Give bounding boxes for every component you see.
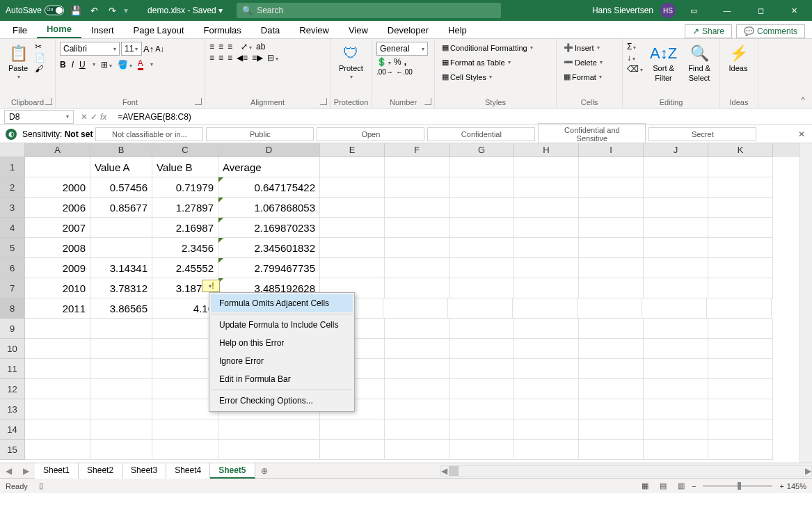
menu-omits-adjacent[interactable]: Formula Omits Adjacent Cells (211, 294, 353, 312)
user-avatar[interactable]: HS (660, 3, 676, 18)
find-select-button[interactable]: 🔍Find &Select (684, 42, 715, 85)
fill-color-icon[interactable]: 🪣▾ (118, 60, 132, 70)
cell[interactable] (579, 339, 644, 359)
cell[interactable] (514, 440, 579, 460)
row-header-15[interactable]: 15 (0, 440, 25, 460)
autosum-icon[interactable]: Σ▾ (627, 42, 643, 51)
col-header-B[interactable]: B (90, 143, 152, 157)
cell[interactable]: 0.647175422 (218, 177, 320, 198)
maximize-icon[interactable]: ◻ (745, 0, 776, 21)
view-page-layout-icon[interactable]: ▤ (655, 480, 671, 493)
cell[interactable] (708, 157, 773, 177)
cell[interactable] (385, 238, 449, 258)
tab-view[interactable]: View (339, 22, 378, 38)
font-dialog-icon[interactable] (195, 98, 202, 105)
cell[interactable] (25, 319, 90, 339)
tab-home[interactable]: Home (37, 21, 81, 38)
cell[interactable] (514, 359, 579, 379)
col-header-D[interactable]: D (218, 143, 320, 157)
wrap-text-icon[interactable]: ab (256, 42, 265, 51)
col-header-C[interactable]: C (152, 143, 218, 157)
cell[interactable] (320, 238, 385, 258)
cell[interactable] (708, 359, 773, 379)
zoom-slider[interactable] (703, 485, 772, 487)
row-header-9[interactable]: 9 (0, 319, 25, 339)
menu-edit-formula-bar[interactable]: Edit in Formula Bar (211, 370, 353, 388)
cell[interactable] (514, 278, 579, 298)
cell[interactable] (25, 399, 90, 419)
cell[interactable] (579, 238, 644, 258)
cell[interactable]: 2011 (25, 298, 90, 319)
accounting-icon[interactable]: 💲▾ (376, 57, 391, 67)
cell[interactable] (320, 198, 385, 218)
cell[interactable] (708, 278, 773, 298)
cell[interactable] (320, 440, 385, 460)
cell[interactable] (449, 157, 514, 177)
cell[interactable] (449, 177, 514, 198)
increase-decimal-icon[interactable]: .00→ (376, 68, 393, 76)
cell[interactable] (449, 379, 514, 399)
cell[interactable] (25, 339, 90, 359)
error-indicator-icon[interactable]: ▾ (202, 280, 220, 292)
cell[interactable]: 2.169870233 (218, 218, 320, 238)
col-header-H[interactable]: H (514, 143, 579, 157)
cell[interactable] (708, 198, 773, 218)
cell[interactable] (385, 258, 449, 278)
cell[interactable] (385, 177, 449, 198)
cell[interactable] (385, 319, 449, 339)
sort-filter-button[interactable]: A↕ZSort &Filter (646, 42, 681, 85)
align-right-icon[interactable]: ≡ (228, 53, 232, 63)
cell[interactable] (579, 419, 644, 440)
vertical-scrollbar[interactable] (799, 143, 812, 463)
cell[interactable] (644, 238, 708, 258)
row-header-12[interactable]: 12 (0, 379, 25, 399)
align-bottom-icon[interactable]: ≡ (228, 42, 232, 51)
row-header-11[interactable]: 11 (0, 359, 25, 379)
cell[interactable] (708, 440, 773, 460)
tab-page-layout[interactable]: Page Layout (124, 22, 194, 38)
enter-formula-icon[interactable]: ✓ (90, 112, 97, 122)
cell[interactable] (449, 278, 514, 298)
cell[interactable] (578, 298, 642, 319)
row-header-10[interactable]: 10 (0, 339, 25, 359)
horizontal-scrollbar[interactable]: ◀▶ (440, 465, 812, 477)
cell[interactable] (90, 379, 152, 399)
macro-record-icon[interactable]: ▯ (33, 481, 49, 490)
col-header-I[interactable]: I (579, 143, 644, 157)
row-header-8[interactable]: 8 (0, 298, 25, 319)
sheet-nav-prev-icon[interactable]: ◀ (0, 466, 17, 476)
cell[interactable] (644, 177, 708, 198)
cell[interactable] (385, 399, 449, 419)
cell[interactable] (152, 419, 218, 440)
menu-help-error[interactable]: Help on this Error (211, 334, 353, 352)
zoom-in-icon[interactable]: + (779, 482, 783, 490)
share-button[interactable]: ↗ Share (685, 24, 732, 38)
cell[interactable] (514, 177, 579, 198)
percent-icon[interactable]: % (394, 57, 401, 67)
cell[interactable] (644, 319, 708, 339)
collapse-ribbon-icon[interactable]: ^ (794, 93, 812, 108)
zoom-level[interactable]: 145% (787, 482, 806, 490)
sensitivity-chip[interactable]: Confidential and Sensitive (538, 123, 646, 145)
sensitivity-chip[interactable]: Confidential (427, 127, 535, 141)
cell[interactable] (708, 339, 773, 359)
row-header-4[interactable]: 4 (0, 218, 25, 238)
cell[interactable] (449, 238, 514, 258)
cell[interactable] (579, 258, 644, 278)
cell[interactable] (90, 339, 152, 359)
cell[interactable] (385, 379, 449, 399)
format-as-table-button[interactable]: ▦ Format as Table▾ (439, 56, 514, 68)
cell[interactable] (708, 319, 773, 339)
protect-button[interactable]: 🛡Protect▾ (335, 42, 367, 83)
cell[interactable]: 2008 (25, 238, 90, 258)
tab-developer[interactable]: Developer (378, 22, 438, 38)
row-header-2[interactable]: 2 (0, 177, 25, 198)
undo-icon[interactable]: ↶ (88, 4, 100, 17)
cell[interactable] (514, 198, 579, 218)
cell[interactable]: Value A (90, 157, 152, 177)
cell[interactable] (25, 379, 90, 399)
cell[interactable] (320, 177, 385, 198)
number-dialog-icon[interactable] (424, 98, 431, 105)
align-center-icon[interactable]: ≡ (218, 53, 223, 63)
cell[interactable] (90, 218, 152, 238)
